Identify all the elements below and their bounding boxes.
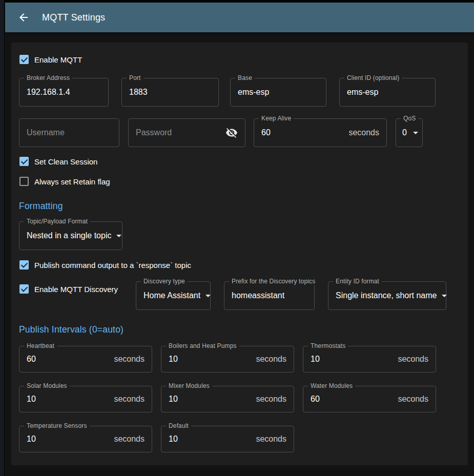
checkbox-label: Enable MQTT <box>34 55 82 64</box>
arrow-left-icon <box>17 11 30 24</box>
clean-session-checkbox[interactable]: Set Clean Session <box>19 157 97 166</box>
entity-id-format-select[interactable]: Entity ID format Single instance, short … <box>328 281 446 310</box>
checkbox-icon <box>19 157 29 166</box>
base-field: Base <box>230 78 326 107</box>
interval-field: Boilers and Heat Pumps seconds <box>161 346 294 372</box>
qos-select[interactable]: QoS 0 <box>396 118 423 147</box>
credentials-row: Keep Alive seconds QoS 0 <box>19 118 460 147</box>
checkbox-icon <box>19 55 29 64</box>
enable-mqtt-checkbox[interactable]: Enable MQTT <box>19 55 82 64</box>
field-suffix: seconds <box>256 434 286 444</box>
broker-address-input[interactable] <box>27 88 101 97</box>
checkbox-label: Set Clean Session <box>34 157 97 166</box>
broker-address-field: Broker Address <box>19 78 109 107</box>
chevron-down-icon <box>413 132 418 134</box>
interval-field: Solar Modules seconds <box>19 386 152 412</box>
field-label: Broker Address <box>24 74 72 81</box>
window-left-edge <box>0 0 5 476</box>
checkbox-label: Publish command output to a `response` t… <box>34 261 191 270</box>
field-label: Client ID (optional) <box>344 74 402 81</box>
section-heading-publish-intervals: Publish Intervals (0=auto) <box>19 324 460 335</box>
interval-field: Thermostats seconds <box>303 346 436 372</box>
discovery-prefix-field: Prefix for the Discovery topics <box>224 281 315 310</box>
checkbox-icon <box>19 177 29 186</box>
chevron-down-icon <box>442 295 447 297</box>
checkbox-label: Enable MQTT Discovery <box>34 285 118 294</box>
field-label: Keep Alive <box>259 115 294 122</box>
section-heading-formatting: Formatting <box>19 201 460 212</box>
field-suffix: seconds <box>114 434 145 444</box>
back-button[interactable] <box>13 7 34 28</box>
discovery-prefix-input[interactable] <box>232 291 307 300</box>
field-label: Thermostats <box>308 342 348 349</box>
field-suffix: seconds <box>348 128 379 137</box>
interval-field: Water Modules seconds <box>303 386 436 412</box>
discovery-type-select[interactable]: Discovery type Home Assistant <box>136 281 211 310</box>
field-label: Solar Modules <box>24 382 70 389</box>
field-suffix: seconds <box>398 355 428 364</box>
keep-alive-field: Keep Alive seconds <box>254 118 387 147</box>
password-field <box>128 118 245 147</box>
client-id-input[interactable] <box>347 88 428 97</box>
topic-format-select[interactable]: Topic/Payload Format Nested in a single … <box>19 221 122 250</box>
chevron-down-icon <box>116 235 121 237</box>
interval-field: Heartbeat seconds <box>19 346 152 372</box>
field-label: Discovery type <box>141 278 188 285</box>
interval-input[interactable] <box>169 395 252 404</box>
username-input[interactable] <box>27 128 112 137</box>
settings-card: Enable MQTT Broker Address Port Base Cli… <box>11 43 468 465</box>
checkbox-icon <box>19 260 29 270</box>
interval-field: Temperature Sensors seconds <box>19 426 152 452</box>
field-label: Port <box>127 74 143 81</box>
checkbox-label: Always set Retain flag <box>34 177 110 186</box>
field-label: Default <box>166 422 191 429</box>
field-label: Topic/Payload Format <box>24 218 90 225</box>
field-suffix: seconds <box>114 395 145 404</box>
field-label: Mixer Modules <box>166 382 212 389</box>
broker-settings-row: Broker Address Port Base Client ID (opti… <box>19 78 460 107</box>
client-id-field: Client ID (optional) <box>339 78 436 107</box>
checkbox-icon <box>19 284 29 294</box>
field-label: Boilers and Heat Pumps <box>166 342 239 349</box>
select-value: 0 <box>402 128 410 137</box>
field-label: Heartbeat <box>24 342 57 349</box>
interval-input[interactable] <box>169 355 252 364</box>
publish-response-checkbox[interactable]: Publish command output to a `response` t… <box>19 260 191 270</box>
enable-discovery-checkbox[interactable]: Enable MQTT Discovery <box>19 284 136 294</box>
field-label: Temperature Sensors <box>24 422 90 429</box>
interval-input[interactable] <box>311 395 394 404</box>
retain-flag-checkbox[interactable]: Always set Retain flag <box>19 177 110 186</box>
interval-input[interactable] <box>27 395 110 404</box>
interval-field: Default seconds <box>161 426 294 452</box>
visibility-off-icon <box>225 127 238 139</box>
field-label: QoS <box>401 115 418 122</box>
chevron-down-icon <box>205 295 211 297</box>
keep-alive-input[interactable] <box>261 128 344 137</box>
base-input[interactable] <box>238 88 319 97</box>
select-value: Home Assistant <box>143 291 200 300</box>
field-label: Prefix for the Discovery topics <box>229 278 318 285</box>
select-value: Nested in a single topic <box>27 231 111 240</box>
interval-field: Mixer Modules seconds <box>161 386 294 412</box>
page-title: MQTT Settings <box>42 12 105 23</box>
password-visibility-button[interactable] <box>225 127 238 139</box>
discovery-row: Enable MQTT Discovery Discovery type Hom… <box>19 281 460 310</box>
field-suffix: seconds <box>256 355 286 364</box>
field-label: Water Modules <box>308 382 355 389</box>
field-suffix: seconds <box>114 355 145 364</box>
field-suffix: seconds <box>398 395 428 404</box>
username-field <box>19 118 119 147</box>
publish-intervals-grid: Heartbeat seconds Boilers and Heat Pumps… <box>19 346 460 452</box>
password-input[interactable] <box>136 128 225 137</box>
field-label: Entity ID format <box>333 278 382 285</box>
select-value: Single instance, short name <box>336 291 437 300</box>
interval-input[interactable] <box>27 355 110 364</box>
interval-input[interactable] <box>311 355 394 364</box>
app-bar: MQTT Settings <box>5 3 474 32</box>
field-suffix: seconds <box>256 395 286 404</box>
port-input[interactable] <box>129 88 211 97</box>
port-field: Port <box>121 78 219 107</box>
field-label: Base <box>235 74 255 81</box>
interval-input[interactable] <box>169 434 252 444</box>
interval-input[interactable] <box>27 434 110 444</box>
